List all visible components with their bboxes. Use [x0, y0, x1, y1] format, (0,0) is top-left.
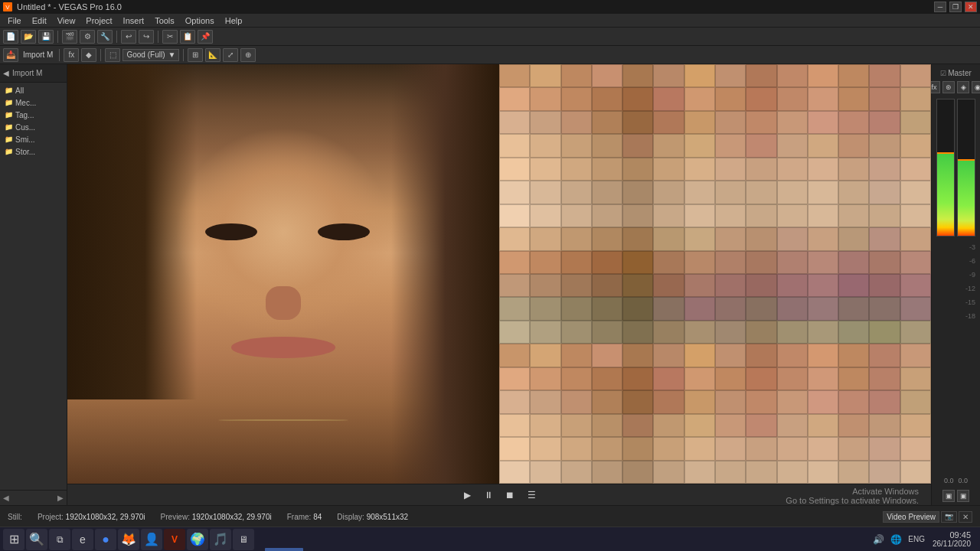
play-button[interactable]: ▶ — [459, 488, 475, 502]
search-button[interactable]: 🔍 — [26, 529, 47, 550]
menu-edit[interactable]: Edit — [28, 15, 51, 26]
cut-button[interactable]: ✂ — [162, 30, 178, 44]
display-info: Display: 908x511x32 — [337, 513, 408, 521]
fx-button[interactable]: fx — [64, 48, 79, 62]
pixel-cell — [838, 367, 869, 390]
paste-button[interactable]: 📌 — [198, 30, 213, 44]
left-item-smart[interactable]: 📁 Smi... — [2, 133, 65, 145]
separator-2 — [116, 31, 117, 43]
pixel-cell — [499, 134, 530, 157]
pixel-cell — [561, 274, 592, 297]
pixel-cell — [900, 274, 931, 297]
open-button[interactable]: 📂 — [21, 30, 36, 44]
pixel-cell — [592, 64, 622, 87]
pixel-cell — [838, 461, 869, 484]
eq-icon[interactable]: ⊛ — [942, 81, 955, 93]
pixel-cell — [808, 297, 838, 320]
menu-view[interactable]: View — [53, 15, 80, 26]
pixel-cell — [869, 87, 900, 110]
restore-button[interactable]: ❐ — [949, 2, 962, 12]
settings-button[interactable]: 🔧 — [97, 30, 113, 44]
close-button[interactable]: ✕ — [965, 2, 977, 12]
pixel-cell — [715, 111, 746, 134]
stop-button[interactable]: ⏹ — [502, 488, 518, 502]
left-item-custom[interactable]: 📁 Cus... — [2, 121, 65, 133]
minimize-button[interactable]: ─ — [934, 2, 946, 12]
pixel-cell — [592, 87, 622, 110]
clock[interactable]: 09:45 26/11/2020 — [933, 530, 971, 548]
pixel-cell — [808, 251, 838, 274]
left-item-storage[interactable]: 📁 Stor... — [2, 145, 65, 158]
menu-options[interactable]: Options — [181, 15, 219, 26]
quality-dropdown[interactable]: Good (Full) ▼ — [122, 49, 179, 61]
undo-button[interactable]: ↩ — [121, 30, 136, 44]
left-panel-items: 📁 All 📁 Mec... 📁 Tag... 📁 Cus... 📁 Smi..… — [0, 83, 67, 490]
pixel-cell — [622, 227, 653, 250]
keyframe-button[interactable]: ◆ — [81, 48, 96, 62]
pixel-cell — [808, 390, 838, 413]
redo-button[interactable]: ↪ — [139, 30, 154, 44]
edge-icon[interactable]: e — [72, 529, 93, 550]
pixel-cell — [838, 134, 869, 157]
pixel-cell — [684, 134, 715, 157]
pixel-cell — [869, 414, 900, 437]
preview-size-button[interactable]: ⬚ — [105, 48, 120, 62]
menu-insert[interactable]: Insert — [119, 15, 149, 26]
render-button[interactable]: 🎬 — [62, 30, 77, 44]
pan-icon[interactable]: ◉ — [972, 81, 980, 93]
person-icon[interactable]: 👤 — [141, 529, 162, 550]
panel-nav-right[interactable]: ▶ — [57, 494, 64, 502]
save-button[interactable]: 💾 — [38, 30, 54, 44]
pixel-cell — [622, 251, 653, 274]
master-label: ☑ Master — [940, 67, 972, 79]
zoom-indicator[interactable]: 5:00 — [265, 548, 303, 551]
new-button[interactable]: 📄 — [3, 30, 18, 44]
expand-icon[interactable]: ◀ — [3, 69, 9, 77]
import-button[interactable]: 📥 — [3, 48, 18, 62]
pixel-cell — [530, 437, 560, 460]
chrome-icon[interactable]: ● — [95, 529, 116, 550]
left-item-media[interactable]: 📁 Mec... — [2, 96, 65, 109]
tab-close[interactable]: ✕ — [959, 511, 972, 523]
pixel-cell — [715, 414, 746, 437]
menu-file[interactable]: File — [3, 15, 26, 26]
extra-button[interactable]: ⊕ — [240, 48, 256, 62]
copy-button[interactable]: 📋 — [180, 30, 195, 44]
task-view-button[interactable]: ⧉ — [49, 529, 70, 550]
pixel-cell — [653, 251, 684, 274]
keyboard-icon[interactable]: ENG — [908, 535, 925, 543]
pixel-cell — [869, 390, 900, 413]
vu-btn-1[interactable]: ▣ — [942, 490, 955, 502]
tab-video-preview[interactable]: Video Preview — [883, 511, 939, 523]
title-bar: V Untitled * - VEGAS Pro 16.0 ─ ❐ ✕ — [0, 0, 980, 14]
fullscreen-button[interactable]: ⤢ — [223, 48, 238, 62]
snap-preview-button[interactable]: 📐 — [205, 48, 220, 62]
loop-button[interactable]: ☰ — [524, 488, 539, 502]
toolbar-1: 📄 📂 💾 🎬 ⚙ 🔧 ↩ ↪ ✂ 📋 📌 — [0, 28, 980, 46]
pause-button[interactable]: ⏸ — [481, 488, 496, 502]
media-player-icon[interactable]: 🎵 — [210, 529, 231, 550]
grid-button[interactable]: ⊞ — [188, 48, 203, 62]
menu-tools[interactable]: Tools — [150, 15, 179, 26]
pixel-cell — [838, 274, 869, 297]
volume-icon[interactable]: 🔊 — [873, 534, 884, 545]
browser-icon[interactable]: 🌍 — [187, 529, 208, 550]
start-button[interactable]: ⊞ — [3, 529, 24, 550]
vu-btn-2[interactable]: ▣ — [957, 490, 969, 502]
network-icon[interactable]: 🌐 — [890, 534, 902, 545]
monitor-icon[interactable]: 🖥 — [233, 529, 254, 550]
left-item-tags[interactable]: 📁 Tag... — [2, 109, 65, 121]
pixel-cell — [592, 321, 622, 344]
master-checkbox[interactable]: ☑ — [940, 70, 946, 77]
tab-project-media[interactable]: 📷 — [941, 511, 957, 523]
firefox-icon[interactable]: 🦊 — [118, 529, 139, 550]
pixel-cell — [838, 87, 869, 110]
pixel-cell — [622, 461, 653, 484]
menu-project[interactable]: Project — [81, 15, 116, 26]
panel-nav-left[interactable]: ◀ — [3, 494, 9, 502]
properties-button[interactable]: ⚙ — [80, 30, 95, 44]
vegas-icon[interactable]: V — [164, 529, 185, 550]
vol-icon[interactable]: ◈ — [957, 81, 969, 93]
left-item-all[interactable]: 📁 All — [2, 84, 65, 96]
menu-help[interactable]: Help — [220, 15, 247, 26]
